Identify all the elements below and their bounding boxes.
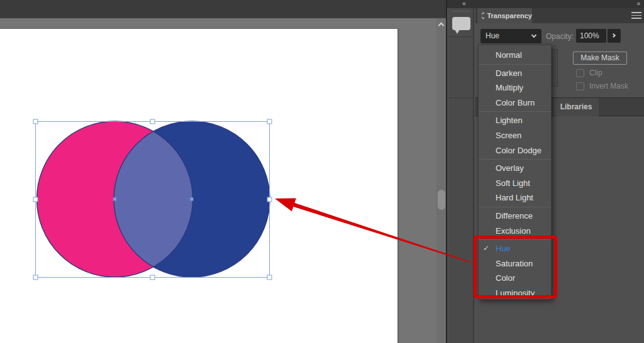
menu-item-label: Screen bbox=[496, 131, 521, 140]
collapsed-panel-icon-column bbox=[448, 8, 474, 343]
menu-item-color-dodge[interactable]: Color Dodge bbox=[479, 143, 551, 158]
clip-label: Clip bbox=[589, 68, 602, 77]
menu-item-difference[interactable]: Difference bbox=[479, 209, 551, 224]
menu-item-soft-light[interactable]: Soft Light bbox=[479, 176, 551, 191]
panel-menu-icon[interactable] bbox=[631, 12, 641, 19]
panel-header: Transparency bbox=[475, 8, 644, 23]
menu-item-hue[interactable]: ✓Hue bbox=[479, 241, 551, 256]
chevron-down-icon bbox=[531, 33, 536, 38]
tab-libraries[interactable]: Libraries bbox=[553, 98, 599, 116]
menu-separator bbox=[479, 207, 551, 207]
menu-item-label: Overlay bbox=[496, 163, 524, 173]
panel-collapse-icon bbox=[480, 11, 484, 20]
menu-item-luminosity[interactable]: Luminosity bbox=[479, 286, 551, 301]
menu-item-overlay[interactable]: Overlay bbox=[479, 161, 551, 176]
menu-item-label: Normal bbox=[496, 50, 522, 60]
menu-item-label: Color bbox=[496, 273, 515, 283]
menu-item-label: Hue bbox=[496, 244, 511, 253]
artboard[interactable] bbox=[0, 28, 399, 343]
menu-item-label: Soft Light bbox=[496, 178, 530, 188]
opacity-stepper-button[interactable] bbox=[608, 29, 621, 43]
menu-item-saturation[interactable]: Saturation bbox=[479, 256, 551, 271]
blend-row: Hue Opacity: 100% bbox=[475, 29, 644, 44]
scroll-up-icon[interactable] bbox=[438, 23, 445, 29]
scrollbar-thumb[interactable] bbox=[438, 190, 445, 210]
menu-separator bbox=[479, 111, 551, 112]
invert-mask-checkbox bbox=[576, 82, 584, 90]
collapse-panels-icon[interactable]: » bbox=[636, 0, 640, 8]
menu-item-label: Multiply bbox=[496, 83, 523, 92]
menu-item-darken[interactable]: Darken bbox=[479, 66, 551, 81]
clip-checkbox-row: Clip bbox=[576, 68, 602, 77]
drag-grip-icon[interactable] bbox=[453, 11, 469, 12]
menu-item-label: Difference bbox=[496, 211, 533, 220]
menu-item-label: Lighten bbox=[496, 116, 523, 125]
collapse-icon-column-icon[interactable]: « bbox=[462, 0, 466, 8]
blend-mode-select[interactable]: Hue bbox=[480, 29, 541, 43]
vertical-scrollbar[interactable] bbox=[436, 18, 446, 343]
menu-item-normal[interactable]: Normal bbox=[479, 48, 551, 63]
menu-item-label: Color Burn bbox=[496, 98, 535, 107]
menu-item-exclusion[interactable]: Exclusion bbox=[479, 224, 551, 239]
menu-item-lighten[interactable]: Lighten bbox=[479, 113, 551, 128]
artwork-canvas bbox=[0, 29, 397, 343]
opacity-input[interactable]: 100% bbox=[576, 29, 606, 43]
menu-item-hard-light[interactable]: Hard Light bbox=[479, 190, 551, 205]
invert-mask-checkbox-row: Invert Mask bbox=[576, 82, 628, 90]
opacity-label: Opacity: bbox=[546, 32, 574, 41]
blend-mode-menu: NormalDarkenMultiplyColor BurnLightenScr… bbox=[478, 45, 552, 300]
clip-checkbox bbox=[576, 69, 584, 77]
divider bbox=[448, 36, 473, 37]
menu-item-screen[interactable]: Screen bbox=[479, 128, 551, 143]
menu-item-multiply[interactable]: Multiply bbox=[479, 80, 551, 95]
menu-item-label: Luminosity bbox=[496, 288, 535, 298]
chevron-right-icon bbox=[611, 33, 616, 38]
menu-item-label: Color Dodge bbox=[496, 146, 541, 155]
opacity-value: 100% bbox=[580, 31, 599, 40]
menu-item-color-burn[interactable]: Color Burn bbox=[479, 95, 551, 111]
menu-item-label: Exclusion bbox=[496, 226, 531, 236]
dock-top-bar: « » bbox=[447, 0, 644, 8]
illustrator-window: « » Transparency Hue bbox=[0, 0, 644, 343]
menu-separator bbox=[479, 239, 551, 240]
menu-item-color[interactable]: Color bbox=[479, 271, 551, 286]
speech-bubble-icon[interactable] bbox=[452, 17, 470, 30]
menu-item-label: Saturation bbox=[496, 259, 533, 268]
tab-transparency[interactable]: Transparency bbox=[477, 8, 532, 23]
menu-item-label: Hard Light bbox=[496, 193, 533, 202]
menu-separator bbox=[479, 159, 551, 160]
blend-mode-value: Hue bbox=[486, 31, 499, 40]
panel-tab-label: Transparency bbox=[487, 12, 532, 19]
application-top-bar bbox=[0, 0, 447, 18]
divider bbox=[448, 97, 473, 98]
invert-mask-label: Invert Mask bbox=[589, 82, 628, 90]
checkmark-icon: ✓ bbox=[483, 241, 489, 256]
menu-separator bbox=[479, 64, 551, 65]
make-mask-button[interactable]: Make Mask bbox=[573, 52, 627, 65]
menu-item-label: Darken bbox=[496, 68, 522, 78]
